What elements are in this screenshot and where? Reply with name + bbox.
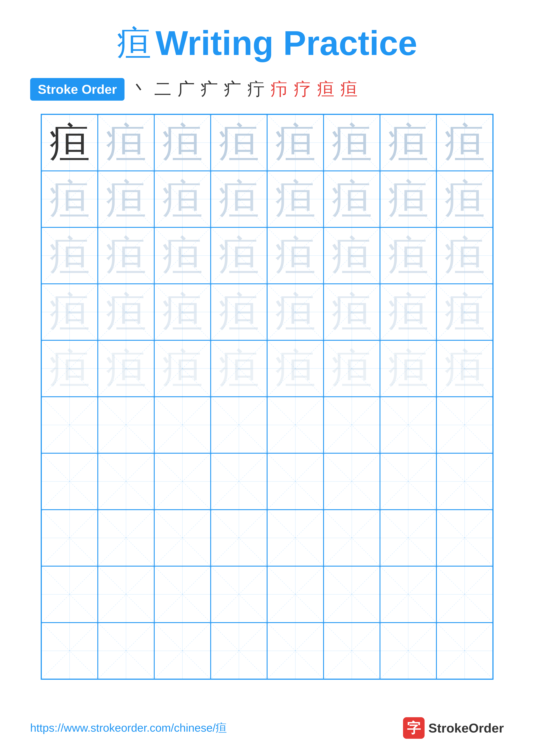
- grid-cell[interactable]: 疸: [211, 284, 267, 340]
- svg-line-135: [211, 567, 267, 622]
- grid-cell[interactable]: [98, 623, 154, 679]
- grid-cell[interactable]: [41, 510, 98, 566]
- grid-cell[interactable]: [323, 510, 380, 566]
- stroke-order-badge[interactable]: Stroke Order: [30, 78, 125, 101]
- grid-cell[interactable]: [41, 397, 98, 453]
- grid-cell[interactable]: [154, 623, 211, 679]
- grid-cell[interactable]: [267, 566, 323, 623]
- grid-cell[interactable]: 疸: [380, 115, 436, 171]
- footer-url[interactable]: https://www.strokeorder.com/chinese/疸: [30, 720, 227, 736]
- grid-cell[interactable]: 疸: [323, 284, 380, 340]
- grid-cell[interactable]: [380, 397, 436, 453]
- grid-cell[interactable]: 疸: [323, 115, 380, 171]
- grid-cell[interactable]: 疸: [323, 171, 380, 228]
- practice-char: 疸: [444, 292, 485, 333]
- svg-line-126: [437, 510, 493, 566]
- grid-cell[interactable]: 疸: [267, 284, 323, 340]
- grid-cell[interactable]: 疸: [41, 228, 98, 284]
- grid-cell[interactable]: [323, 453, 380, 510]
- grid-cell[interactable]: [154, 397, 211, 453]
- grid-cell[interactable]: 疸: [267, 115, 323, 171]
- grid-cell[interactable]: 疸: [267, 340, 323, 397]
- grid-cell[interactable]: 疸: [323, 228, 380, 284]
- grid-cell[interactable]: [211, 453, 267, 510]
- grid-cell[interactable]: [380, 510, 436, 566]
- grid-cell[interactable]: [211, 623, 267, 679]
- grid-cell[interactable]: 疸: [154, 115, 211, 171]
- grid-cell[interactable]: 疸: [436, 171, 493, 228]
- grid-cell[interactable]: [41, 566, 98, 623]
- grid-cell[interactable]: 疸: [436, 115, 493, 171]
- grid-cell[interactable]: 疸: [211, 171, 267, 228]
- svg-line-123: [324, 510, 380, 566]
- grid-cell[interactable]: 疸: [98, 340, 154, 397]
- svg-line-156: [380, 623, 436, 679]
- grid-cell[interactable]: 疸: [98, 115, 154, 171]
- svg-line-103: [211, 454, 267, 509]
- grid-cell[interactable]: 疸: [154, 284, 211, 340]
- grid-cell[interactable]: [98, 397, 154, 453]
- grid-cell[interactable]: 疸: [436, 340, 493, 397]
- grid-cell[interactable]: [211, 397, 267, 453]
- grid-cell[interactable]: 疸: [154, 171, 211, 228]
- grid-cell[interactable]: [98, 453, 154, 510]
- grid-cell[interactable]: [436, 566, 493, 623]
- svg-line-147: [98, 623, 154, 679]
- svg-line-115: [98, 510, 154, 566]
- grid-cell[interactable]: 疸: [154, 228, 211, 284]
- grid-cell[interactable]: [323, 566, 380, 623]
- practice-char: 疸: [444, 179, 485, 220]
- grid-cell[interactable]: 疸: [380, 340, 436, 397]
- grid-cell[interactable]: [267, 397, 323, 453]
- grid-cell[interactable]: [323, 623, 380, 679]
- grid-cell[interactable]: 疸: [436, 284, 493, 340]
- grid-cell[interactable]: 疸: [267, 228, 323, 284]
- grid-cell[interactable]: [154, 566, 211, 623]
- grid-cell[interactable]: 疸: [323, 340, 380, 397]
- practice-char: 疸: [444, 122, 485, 163]
- grid-cell[interactable]: 疸: [436, 228, 493, 284]
- svg-line-90: [324, 397, 380, 453]
- grid-cell[interactable]: 疸: [211, 115, 267, 171]
- grid-cell[interactable]: [380, 453, 436, 510]
- grid-cell[interactable]: [323, 397, 380, 453]
- grid-cell[interactable]: [98, 510, 154, 566]
- grid-cell[interactable]: [154, 510, 211, 566]
- grid-cell[interactable]: [436, 453, 493, 510]
- grid-cell[interactable]: [380, 566, 436, 623]
- grid-cell[interactable]: [41, 623, 98, 679]
- grid-cell[interactable]: 疸: [41, 171, 98, 228]
- grid-cell[interactable]: [380, 623, 436, 679]
- grid-cell[interactable]: [267, 453, 323, 510]
- grid-cell[interactable]: [154, 453, 211, 510]
- grid-cell[interactable]: [211, 510, 267, 566]
- svg-line-98: [98, 454, 154, 509]
- practice-grid[interactable]: 疸疸疸疸疸疸疸疸疸疸疸疸疸疸疸疸疸疸疸疸疸疸疸疸疸疸疸疸疸疸疸疸疸疸疸疸疸疸疸疸: [41, 114, 494, 680]
- grid-cell[interactable]: 疸: [154, 340, 211, 397]
- grid-cell[interactable]: 疸: [267, 171, 323, 228]
- grid-cell[interactable]: 疸: [41, 340, 98, 397]
- grid-cell[interactable]: 疸: [98, 171, 154, 228]
- practice-char: 疸: [444, 235, 485, 276]
- grid-cell[interactable]: 疸: [211, 228, 267, 284]
- grid-cell[interactable]: 疸: [41, 284, 98, 340]
- grid-cell[interactable]: [436, 623, 493, 679]
- grid-cell[interactable]: 疸: [380, 284, 436, 340]
- svg-line-143: [437, 567, 493, 622]
- grid-cell[interactable]: 疸: [98, 284, 154, 340]
- grid-cell[interactable]: [267, 623, 323, 679]
- grid-cell[interactable]: [436, 397, 493, 453]
- grid-cell[interactable]: 疸: [41, 115, 98, 171]
- grid-cell[interactable]: [98, 566, 154, 623]
- grid-cell[interactable]: 疸: [380, 171, 436, 228]
- title-area: 疸 Writing Practice: [117, 26, 417, 60]
- grid-cell[interactable]: [267, 510, 323, 566]
- stroke-9: 疸: [317, 78, 334, 101]
- practice-char: 疸: [388, 179, 429, 220]
- grid-cell[interactable]: [41, 453, 98, 510]
- grid-cell[interactable]: 疸: [380, 228, 436, 284]
- grid-cell[interactable]: [436, 510, 493, 566]
- grid-cell[interactable]: [211, 566, 267, 623]
- grid-cell[interactable]: 疸: [211, 340, 267, 397]
- grid-cell[interactable]: 疸: [98, 228, 154, 284]
